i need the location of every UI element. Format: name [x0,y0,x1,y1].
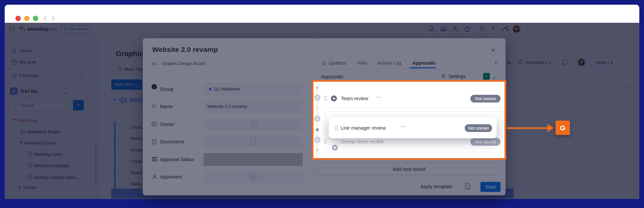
sidebar-item-forms[interactable]: Forms [23,185,36,190]
drag-handle-icon[interactable] [324,96,327,102]
apps-marketplace-icon[interactable] [464,26,471,33]
approvers-field-value[interactable] [203,170,303,183]
inbox-icon[interactable] [440,26,447,33]
automate-label[interactable]: Automate / 1 [525,60,551,65]
apps-grid-icon[interactable] [9,26,15,33]
row-checkbox[interactable] [118,170,123,175]
search-input[interactable] [20,102,67,109]
round-1-status-badge[interactable]: Not started [470,95,501,102]
sidebar-item-marketing[interactable]: Marketing [17,118,37,123]
column-divider [125,133,126,144]
documents-field-value[interactable] [203,135,303,148]
user-avatar[interactable] [512,24,521,35]
round-2-status-badge[interactable]: Not started [465,124,492,132]
see-plans-button[interactable]: See plans [61,25,90,33]
traffic-light-zoom[interactable] [33,16,38,21]
search-icon[interactable] [479,26,485,33]
name-field-value[interactable]: Website 2.0 revamp [203,100,303,113]
favorites-chevron-down-icon[interactable] [78,74,82,80]
invite-button[interactable]: Invite / 1 [591,58,618,67]
integrate-label-fragment[interactable]: te [507,60,511,65]
item-name[interactable]: Creat [130,125,141,130]
item-name[interactable]: Event [130,170,142,175]
tab-divider [406,60,407,65]
traffic-light-minimize[interactable] [24,16,30,21]
board-more-icon[interactable]: ⋯ [622,57,628,65]
monday-logo[interactable] [18,25,26,33]
item-name[interactable]: Creat [130,159,141,164]
group-value-text: Q1 Initiatives [214,86,240,91]
new-item-chevron-icon[interactable] [136,83,140,89]
sidebar-search[interactable] [9,100,70,111]
row-checkbox[interactable] [118,159,123,164]
round-2-name[interactable]: Line manager review [341,125,386,131]
item-name[interactable]: Social [130,147,143,152]
add-board-button[interactable]: + [73,100,84,111]
dragged-round-card[interactable]: Line manager review ⋯ Not started [329,117,497,138]
row-checkbox[interactable] [118,136,123,141]
row-checkbox[interactable] [118,182,123,187]
round-1-name[interactable]: Team review [341,96,368,101]
item-name[interactable]: Websi [130,136,143,141]
see-plans-label: See plans [69,27,88,31]
forms-caret-icon[interactable] [19,186,21,189]
round-3-status-badge[interactable]: Not started [470,138,501,146]
group-field-value[interactable]: Q1 Initiatives [203,83,303,95]
workspace-avatar[interactable]: T [10,87,17,95]
owner-field-value[interactable] [203,118,303,131]
breadcrumb-board-link[interactable]: Graphic Design Board [162,61,205,66]
drag-handle-icon[interactable] [324,139,327,145]
workspace-more-icon[interactable]: ⋯ [75,87,80,93]
sidebar-scrollbar[interactable] [95,144,97,188]
person-placeholder-icon [249,120,257,129]
add-tab-icon[interactable]: + [494,59,497,66]
settings-gear-icon[interactable]: ⚙ [441,73,446,79]
sidebar-item-home[interactable]: Home [19,48,32,53]
round-1-menu-icon[interactable]: ⋯ [376,94,381,100]
apply-template-button[interactable]: Apply template [420,184,453,189]
workspace-chevron-down-icon[interactable] [63,90,67,96]
item-title[interactable]: Website 2.0 revamp [152,46,218,54]
apply-template-icon[interactable] [465,183,471,191]
start-button[interactable]: Start [480,182,501,192]
item-name[interactable]: Webs [130,182,142,187]
collapse-chevron-up-icon[interactable] [624,83,629,89]
back-icon[interactable] [43,15,48,23]
marketing-caret-icon[interactable] [13,119,16,121]
row-checkbox[interactable] [118,125,123,130]
invite-members-icon[interactable] [452,26,459,33]
workspace-name[interactable]: Trez Inc. [20,88,39,94]
approval-status-field-value[interactable] [203,153,303,166]
sidebar-item-marketing-budget[interactable]: Marketing budget [34,163,69,168]
new-item-button[interactable]: New item [111,79,142,90]
add-new-round-button[interactable]: Add new round [316,163,502,175]
group-collapse-icon[interactable] [113,99,116,101]
play-round-icon[interactable] [332,145,338,151]
tab-updates[interactable]: Updates [329,60,346,66]
help-icon[interactable]: ? [491,25,494,31]
sidebar-item-marketing-docs[interactable]: Marketing Docs [24,140,56,145]
round-2-menu-icon[interactable]: ⋯ [400,123,406,130]
settings-label[interactable]: Settings [449,74,466,79]
breadcrumb: in → Graphic Design Board [152,61,205,66]
drag-handle-icon[interactable] [335,126,338,132]
sidebar-item-getting-started-video[interactable]: Getting started video ... [34,175,81,180]
notifications-bell-icon[interactable] [428,26,434,33]
marketing-docs-caret-icon[interactable] [19,142,23,144]
traffic-light-close[interactable] [15,16,21,21]
approvals-enabled-checkbox[interactable]: ✓ [483,73,490,80]
sidebar-item-marketing-board[interactable]: Marketing Board [27,129,60,134]
approval-status-field-icon [152,157,157,163]
row-checkbox[interactable] [118,148,123,152]
board-member-avatar[interactable] [577,58,586,68]
tab-approvals[interactable]: Approvals [412,60,435,66]
play-round-icon[interactable] [331,95,337,101]
chat-bubble-icon[interactable] [562,59,569,67]
sidebar-item-meeting-notes[interactable]: Meeting notes [34,152,63,157]
sidebar-item-favorites[interactable]: Favorites [19,73,38,78]
forward-icon[interactable] [51,15,56,23]
close-icon[interactable]: ✕ [491,47,495,54]
tab-files[interactable]: Files [358,60,368,66]
sidebar-item-my-work[interactable]: My work [19,60,36,65]
tab-activity-log[interactable]: Activity Log [377,60,401,66]
